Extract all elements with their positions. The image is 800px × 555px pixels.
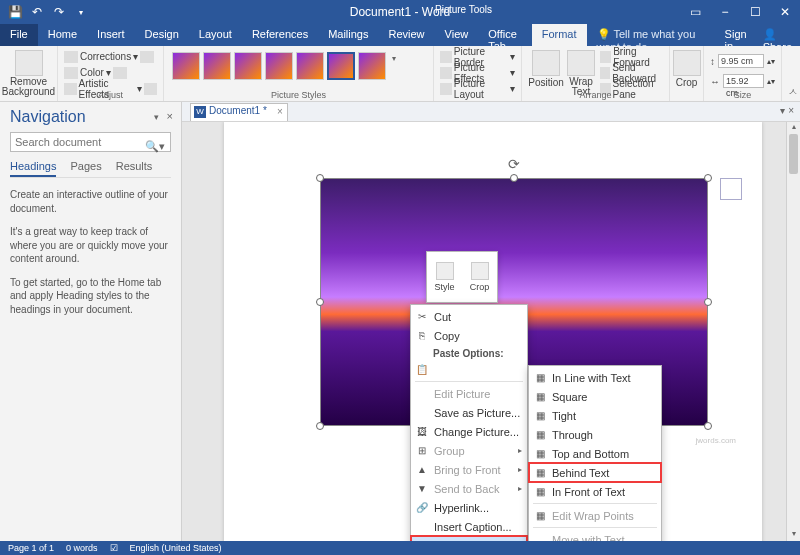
resize-handle-nw[interactable]: [316, 174, 324, 182]
undo-icon[interactable]: ↶: [28, 3, 46, 21]
tab-layout[interactable]: Layout: [189, 24, 242, 46]
tab-design[interactable]: Design: [135, 24, 189, 46]
nav-tab-results[interactable]: Results: [116, 160, 153, 177]
ctx-change-picture[interactable]: 🖼Change Picture...: [411, 422, 527, 441]
wrap-square[interactable]: ▦Square: [529, 387, 661, 406]
document-tab-close-icon[interactable]: ×: [277, 106, 283, 117]
ctx-caption-label: Insert Caption...: [434, 521, 512, 533]
tab-file[interactable]: File: [0, 24, 38, 46]
style-thumb[interactable]: [234, 52, 262, 80]
redo-icon[interactable]: ↷: [50, 3, 68, 21]
crop-label: Crop: [676, 77, 698, 88]
status-proofing-icon[interactable]: ☑: [110, 543, 118, 553]
ribbon-options-icon[interactable]: ▭: [680, 3, 710, 21]
height-input[interactable]: 9.95 cm: [718, 54, 764, 68]
style-thumb[interactable]: [172, 52, 200, 80]
change-picture-icon: 🖼: [415, 425, 429, 439]
mini-crop-button[interactable]: Crop: [462, 252, 497, 302]
qat-customize-icon[interactable]: ▾: [72, 3, 90, 21]
ctx-cut[interactable]: ✂Cut: [411, 307, 527, 326]
minimize-icon[interactable]: −: [710, 3, 740, 21]
crop-button[interactable]: Crop: [676, 48, 697, 90]
document-tab[interactable]: W Document1 * ×: [190, 103, 288, 121]
tab-officetab[interactable]: Office Tab: [478, 24, 531, 46]
tab-home[interactable]: Home: [38, 24, 87, 46]
remove-bg-label: Remove Background: [2, 77, 55, 97]
resize-handle-ne[interactable]: [704, 174, 712, 182]
remove-background-button[interactable]: Remove Background: [6, 48, 51, 99]
ctx-sendback-label: Send to Back: [434, 483, 499, 495]
document-canvas[interactable]: ⟳ Style Crop ✂Cut ⎘Copy Paste Options: 📋…: [182, 122, 800, 541]
wrap-icon: [567, 50, 595, 76]
compress-icon[interactable]: [140, 51, 154, 63]
scroll-up-icon[interactable]: ▴: [787, 122, 800, 134]
resize-handle-w[interactable]: [316, 298, 324, 306]
wrap-behind-text[interactable]: ▦Behind Text: [529, 463, 661, 482]
resize-handle-se[interactable]: [704, 422, 712, 430]
scroll-down-icon[interactable]: ▾: [787, 529, 800, 541]
ctx-hyperlink-label: Hyperlink...: [434, 502, 489, 514]
save-icon[interactable]: 💾: [6, 3, 24, 21]
nav-dropdown-icon[interactable]: ▾: [154, 112, 159, 122]
styles-more-icon[interactable]: ▾: [389, 52, 399, 80]
send-back-icon: ▼: [415, 482, 429, 496]
wrap-behind-label: Behind Text: [552, 467, 609, 479]
style-thumb[interactable]: [265, 52, 293, 80]
mini-style-button[interactable]: Style: [427, 252, 462, 302]
ctx-copy[interactable]: ⎘Copy: [411, 326, 527, 345]
tab-format[interactable]: Format: [532, 24, 587, 46]
style-thumb[interactable]: [296, 52, 324, 80]
scrollbar-thumb[interactable]: [789, 134, 798, 174]
wrap-through[interactable]: ▦Through: [529, 425, 661, 444]
nav-tab-headings[interactable]: Headings: [10, 160, 56, 177]
corrections-button[interactable]: Corrections ▾: [64, 49, 157, 64]
search-icon[interactable]: 🔍▾: [145, 140, 165, 153]
doctab-dropdown-icon[interactable]: ▾ ×: [780, 105, 794, 116]
ctx-save-as-picture[interactable]: Save as Picture...: [411, 403, 527, 422]
nav-body: Create an interactive outline of your do…: [10, 188, 171, 316]
ctx-paste-option[interactable]: 📋: [411, 360, 527, 379]
width-input[interactable]: 15.92 cm: [723, 74, 764, 88]
wrap-top-bottom[interactable]: ▦Top and Bottom: [529, 444, 661, 463]
ctx-insert-caption[interactable]: Insert Caption...: [411, 517, 527, 536]
resize-handle-e[interactable]: [704, 298, 712, 306]
wrap-inline[interactable]: ▦In Line with Text: [529, 368, 661, 387]
style-thumb[interactable]: [203, 52, 231, 80]
status-words[interactable]: 0 words: [66, 543, 98, 553]
tab-references[interactable]: References: [242, 24, 318, 46]
width-spinner[interactable]: ▴▾: [767, 77, 775, 86]
resize-handle-sw[interactable]: [316, 422, 324, 430]
collapse-ribbon-icon[interactable]: ㅅ: [788, 85, 798, 99]
status-language[interactable]: English (United States): [130, 543, 222, 553]
tab-review[interactable]: Review: [379, 24, 435, 46]
vertical-scrollbar[interactable]: ▴ ▾: [786, 122, 800, 541]
style-thumb-selected[interactable]: [327, 52, 355, 80]
wrap-in-front[interactable]: ▦In Front of Text: [529, 482, 661, 501]
status-page[interactable]: Page 1 of 1: [8, 543, 54, 553]
tell-me-input[interactable]: 💡 Tell me what you want to do...: [587, 24, 717, 46]
corrections-label: Corrections: [80, 51, 131, 62]
close-icon[interactable]: ✕: [770, 3, 800, 21]
ctx-hyperlink[interactable]: 🔗Hyperlink...: [411, 498, 527, 517]
ribbon-tabs: File Home Insert Design Layout Reference…: [0, 24, 800, 46]
tab-view[interactable]: View: [435, 24, 479, 46]
rotate-handle-icon[interactable]: ⟳: [508, 156, 520, 172]
picture-styles-gallery[interactable]: ▾: [170, 48, 401, 84]
share-button[interactable]: 👤 Share: [755, 24, 800, 46]
style-thumb[interactable]: [358, 52, 386, 80]
wrap-tight[interactable]: ▦Tight: [529, 406, 661, 425]
picture-layout-button[interactable]: Picture Layout ▾: [440, 81, 515, 96]
height-icon: ↕: [710, 56, 715, 67]
group-icon: ⊞: [415, 444, 429, 458]
tab-insert[interactable]: Insert: [87, 24, 135, 46]
layout-options-icon[interactable]: [720, 178, 742, 200]
nav-tab-pages[interactable]: Pages: [70, 160, 101, 177]
sign-in-button[interactable]: Sign in: [717, 24, 755, 46]
height-input-row: ↕9.95 cm▴▾: [710, 52, 775, 70]
nav-close-icon[interactable]: ×: [167, 110, 173, 122]
tab-mailings[interactable]: Mailings: [318, 24, 378, 46]
mini-style-icon: [436, 262, 454, 280]
maximize-icon[interactable]: ☐: [740, 3, 770, 21]
resize-handle-n[interactable]: [510, 174, 518, 182]
height-spinner[interactable]: ▴▾: [767, 57, 775, 66]
